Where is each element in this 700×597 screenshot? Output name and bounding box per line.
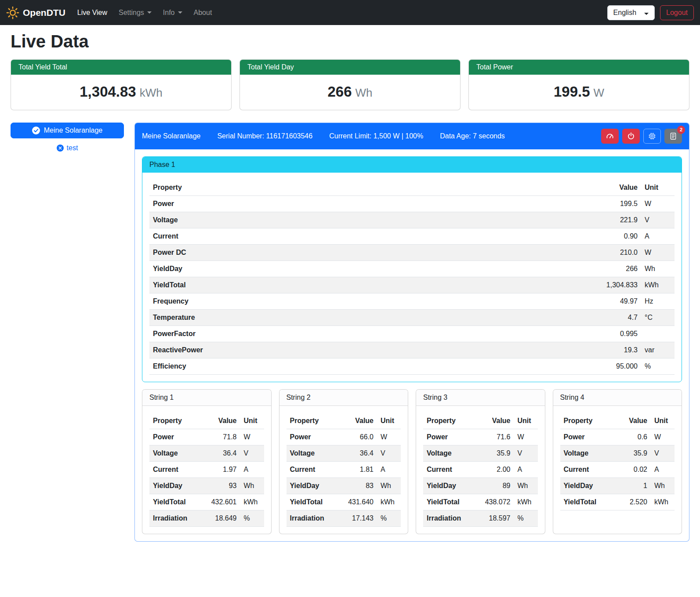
sun-logo-icon [6,6,19,19]
table-row: Power DC 210.0 W [149,245,675,261]
table-row: Power 66.0 W [287,429,401,445]
journal-icon [669,132,677,140]
summary-card-value: 1,304.83 [80,83,136,100]
property-unit: V [377,445,401,462]
brand-label: OpenDTU [23,7,65,18]
property-value: 17.143 [340,510,377,527]
property-value: 18.649 [203,510,240,527]
property-value: 35.9 [477,445,514,462]
property-name: Irradiation [423,510,477,527]
property-unit: A [514,462,538,478]
property-value: 0.995 [580,326,641,342]
inverter-serial: Serial Number: 116171603546 [217,132,312,140]
summary-card-value: 199.5 [554,83,590,100]
table-row: YieldTotal 432.601 kWh [149,494,264,510]
sidebar-item-test[interactable]: test [11,144,124,152]
table-row: Current 0.90 A [149,228,675,245]
summary-card-body: 1,304.83kWh [11,75,231,110]
property-unit: kWh [240,494,264,510]
power-button[interactable] [622,129,640,144]
column-header-unit: Unit [240,413,264,429]
property-name: Voltage [149,212,580,228]
property-name: Voltage [149,445,203,462]
phase-card: Phase 1 Property Value Unit [142,156,682,382]
property-value: 1.81 [340,462,377,478]
language-select[interactable]: English [607,5,655,20]
string-card-title: String 4 [553,390,682,406]
nav-item-info[interactable]: Info [157,5,188,20]
sidebar-item-meine-solaranlage[interactable]: Meine Solaranlage [11,123,124,138]
summary-card: Total Power 199.5W [468,59,689,110]
property-name: YieldDay [149,261,580,277]
table-row: Temperature 4.7 °C [149,310,675,326]
property-value: 18.597 [477,510,514,527]
inverter-sidebar: Meine Solaranlage test [11,123,124,152]
table-row: Voltage 36.4 V [149,445,264,462]
property-unit: % [514,510,538,527]
summary-card-value: 266 [327,83,352,100]
property-unit: kWh [377,494,401,510]
property-value: 66.0 [340,429,377,445]
table-row: Frequency 49.97 Hz [149,293,675,310]
page-title: Live Data [11,32,689,51]
brand[interactable]: OpenDTU [6,6,65,19]
property-value: 2.520 [614,494,651,510]
nav-item-settings[interactable]: Settings [113,5,157,20]
property-unit: Wh [641,261,675,277]
property-unit: % [240,510,264,527]
table-row: Power 0.6 W [560,429,675,445]
table-row: PowerFactor 0.995 [149,326,675,342]
property-value: 19.3 [580,342,641,358]
property-value: 36.4 [340,445,377,462]
property-name: Power [287,429,341,445]
column-header-value: Value [580,180,641,196]
nav-item-about[interactable]: About [188,5,218,20]
logout-button[interactable]: Logout [660,5,694,20]
column-header-property: Property [149,413,203,429]
device-info-button[interactable] [643,129,661,144]
property-name: Current [149,462,203,478]
column-header-value: Value [614,413,651,429]
column-header-unit: Unit [377,413,401,429]
property-unit: V [641,212,675,228]
property-value: 71.6 [477,429,514,445]
property-value: 199.5 [580,196,641,212]
table-row: Efficiency 95.000 % [149,358,675,375]
nav-item-live-view[interactable]: Live View [72,5,113,20]
property-value: 49.97 [580,293,641,310]
property-value: 35.9 [614,445,651,462]
summary-card: Total Yield Total 1,304.83kWh [11,59,232,110]
column-header-property: Property [287,413,341,429]
table-row: Current 1.97 A [149,462,264,478]
summary-card-title: Total Yield Total [11,60,231,75]
property-unit: Wh [651,478,675,494]
property-unit: W [514,429,538,445]
cpu-icon [648,132,656,140]
inverter-panel-header: Meine Solaranlage Serial Number: 1161716… [135,123,689,149]
limit-settings-button[interactable] [601,129,619,144]
event-count-badge: 2 [677,126,685,134]
summary-card: Total Yield Day 266Wh [239,59,461,110]
table-row: Current 1.81 A [287,462,401,478]
property-name: YieldTotal [423,494,477,510]
x-circle-icon [57,145,64,152]
string-card-4: String 4 Property Value Unit [553,389,682,534]
table-row: Power 71.8 W [149,429,264,445]
property-unit: A [240,462,264,478]
table-header-row: Property Value Unit [149,413,264,429]
property-value: 0.90 [580,228,641,245]
property-unit: kWh [651,494,675,510]
sidebar-item-label: Meine Solaranlage [44,127,102,134]
property-name: ReactivePower [149,342,580,358]
property-name: Power [149,196,580,212]
inverter-panel: Meine Solaranlage Serial Number: 1161716… [134,123,689,542]
table-header-row: Property Value Unit [287,413,401,429]
event-log-button[interactable]: 2 [664,129,682,144]
property-unit: V [514,445,538,462]
property-unit [641,326,675,342]
property-name: YieldDay [149,478,203,494]
property-unit: % [377,510,401,527]
property-name: Efficiency [149,358,580,375]
property-unit: W [240,429,264,445]
string-card-title: String 1 [142,390,271,406]
